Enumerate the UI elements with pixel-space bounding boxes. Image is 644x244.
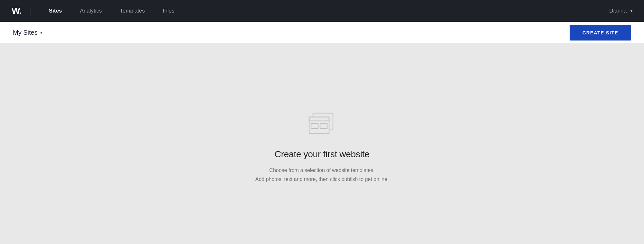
- empty-state-desc-line1: Choose from a selection of website templ…: [269, 167, 374, 173]
- empty-state: Create your first website Choose from a …: [255, 104, 389, 183]
- empty-state-title: Create your first website: [275, 149, 369, 159]
- create-site-button[interactable]: CREATE SITE: [570, 25, 631, 41]
- logo: W.: [12, 6, 22, 16]
- navbar: W. Sites Analytics Templates Files Diann…: [0, 0, 644, 22]
- nav-link-analytics[interactable]: Analytics: [71, 0, 111, 22]
- nav-divider: [31, 7, 31, 15]
- nav-link-templates[interactable]: Templates: [111, 0, 154, 22]
- navbar-left: W. Sites Analytics Templates Files: [12, 0, 184, 22]
- subheader: My Sites ▾ CREATE SITE: [0, 22, 644, 44]
- nav-links: Sites Analytics Templates Files: [40, 0, 184, 22]
- user-chevron-icon: ▾: [630, 9, 632, 13]
- nav-link-files[interactable]: Files: [154, 0, 184, 22]
- website-placeholder-icon: [306, 111, 338, 140]
- empty-state-desc-line2: Add photos, text and more, then click pu…: [255, 176, 389, 182]
- my-sites-label-text: My Sites: [13, 29, 38, 36]
- main-content: Create your first website Choose from a …: [0, 44, 644, 244]
- empty-state-description: Choose from a selection of website templ…: [255, 166, 389, 183]
- user-name[interactable]: Dianna: [609, 8, 627, 14]
- svg-rect-1: [309, 117, 329, 134]
- navbar-right: Dianna ▾: [609, 8, 632, 14]
- nav-link-sites[interactable]: Sites: [40, 0, 71, 22]
- my-sites-chevron-icon: ▾: [40, 30, 43, 35]
- my-sites-dropdown[interactable]: My Sites ▾: [13, 29, 43, 36]
